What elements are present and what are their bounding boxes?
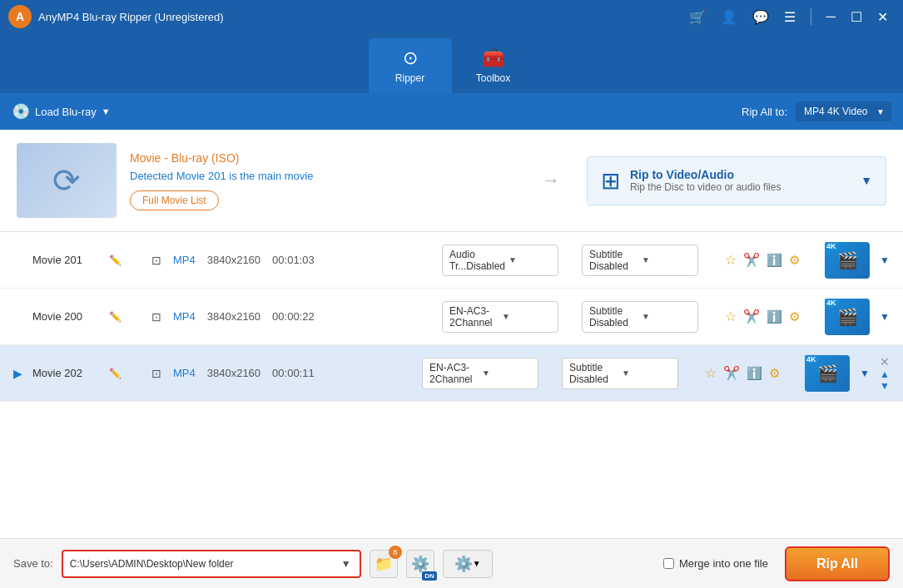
close-icon[interactable]: ✕ xyxy=(877,9,888,25)
subtitle-select[interactable]: Subtitle Disabled ▼ xyxy=(582,245,698,276)
scissors-icon[interactable]: ✂️ xyxy=(743,252,760,268)
audio-track-arrow: ▼ xyxy=(482,368,531,378)
movie-resolution: 3840x2160 xyxy=(207,254,260,266)
scissors-icon[interactable]: ✂️ xyxy=(743,309,760,324)
title-bar-left: A AnyMP4 Blu-ray Ripper (Unregistered) xyxy=(8,5,224,28)
restore-icon[interactable]: ☐ xyxy=(851,9,862,25)
load-blu-ray-button[interactable]: 💿 Load Blu-ray ▼ xyxy=(12,102,111,121)
movie-actions: ☆ ✂️ ℹ️ ⚙ xyxy=(725,252,800,268)
info-icon[interactable]: ℹ️ xyxy=(747,366,762,381)
movie-play-icon[interactable]: ▶ xyxy=(13,367,22,380)
subtitle-select[interactable]: Subtitle Disabled ▼ xyxy=(582,301,698,333)
user-icon[interactable]: 👤 xyxy=(721,9,737,25)
4k-badge: 4K xyxy=(825,242,838,250)
movie-format: MP4 xyxy=(173,254,196,266)
subtitle-arrow: ▼ xyxy=(642,312,691,321)
rip-format-select[interactable]: MP4 4K Video xyxy=(796,101,891,121)
save-to-dropdown-icon[interactable]: ▼ xyxy=(336,555,356,573)
toolbar: 💿 Load Blu-ray ▼ Rip All to: MP4 4K Vide… xyxy=(0,93,903,130)
movie-format: MP4 xyxy=(173,367,196,379)
movie-list: ▶ Movie 201 ✏️ ⊡ MP4 3840x2160 00:01:03 … xyxy=(0,232,903,538)
star-icon[interactable]: ☆ xyxy=(725,309,737,324)
movie-name: Movie 200 xyxy=(32,310,99,323)
film-icon: ⊡ xyxy=(151,254,161,267)
tab-toolbox[interactable]: 🧰 Toolbox xyxy=(452,38,535,93)
preferences-button[interactable]: ⚙️ ▼ xyxy=(443,550,493,578)
rip-all-to-container: Rip All to: MP4 4K Video xyxy=(742,101,891,121)
detected-prefix: Detected xyxy=(130,170,173,182)
merge-label: Merge into one file xyxy=(679,557,768,570)
mp4-file-icon: 🎬 xyxy=(837,250,858,270)
minimize-icon[interactable]: ─ xyxy=(826,9,836,24)
settings2-icon[interactable]: ⚙ xyxy=(789,253,800,268)
scissors-icon[interactable]: ✂️ xyxy=(723,365,740,381)
row-up-icon[interactable]: ▲ xyxy=(880,368,890,380)
star-icon[interactable]: ☆ xyxy=(705,365,717,381)
4k-badge: 4K xyxy=(805,355,818,363)
row-close-icon[interactable]: ✕ xyxy=(880,355,890,368)
audio-track-select[interactable]: Audio Tr...Disabled ▼ xyxy=(442,245,558,276)
edit-icon[interactable]: ✏️ xyxy=(109,368,122,379)
cart-icon[interactable]: 🛒 xyxy=(689,9,706,25)
load-blu-ray-icon: 💿 xyxy=(12,102,30,121)
movie-format: MP4 xyxy=(173,310,196,323)
ripper-icon: ⊙ xyxy=(403,47,418,69)
save-to-label: Save to: xyxy=(13,557,53,570)
audio-track-select[interactable]: EN-AC3-2Channel ▼ xyxy=(422,358,538,389)
movie-row: ▶ Movie 202 ✏️ ⊡ MP4 3840x2160 00:00:11 … xyxy=(0,345,903,402)
settings2-icon[interactable]: ⚙ xyxy=(789,309,800,324)
movie-name: Movie 201 xyxy=(32,254,99,266)
edit-icon[interactable]: ✏️ xyxy=(109,254,122,266)
app-logo: A xyxy=(8,5,32,28)
badge-8: 8 xyxy=(389,546,402,559)
movie-duration: 00:01:03 xyxy=(272,254,315,266)
subtitle-value: Subtitle Disabled xyxy=(589,305,638,329)
badge-dn: DN xyxy=(422,571,437,581)
folder-icon-button[interactable]: 📁 8 xyxy=(370,550,398,578)
rip-mode-dropdown-icon[interactable]: ▼ xyxy=(861,174,872,187)
info-icon[interactable]: ℹ️ xyxy=(767,309,782,324)
movie-resolution: 3840x2160 xyxy=(207,310,260,323)
movie-row: ▶ Movie 200 ✏️ ⊡ MP4 3840x2160 00:00:22 … xyxy=(0,289,903,345)
rip-format-select-wrap[interactable]: MP4 4K Video xyxy=(796,101,891,121)
subtitle-arrow: ▼ xyxy=(622,368,671,378)
thumb-dropdown-icon[interactable]: ▼ xyxy=(880,254,890,266)
subtitle-value: Subtitle Disabled xyxy=(569,362,618,385)
audio-track-select[interactable]: EN-AC3-2Channel ▼ xyxy=(442,301,558,333)
title-bar-icons: 🛒 👤 💬 ☰ ─ ☐ ✕ xyxy=(689,8,888,25)
subtitle-select[interactable]: Subtitle Disabled ▼ xyxy=(562,358,678,389)
merge-checkbox[interactable] xyxy=(663,558,674,569)
source-detected: Detected Movie 201 is the main movie xyxy=(130,170,515,182)
rip-all-button[interactable]: Rip All xyxy=(785,546,890,581)
rip-mode-box: ⊞ Rip to Video/Audio Rip the Disc to vid… xyxy=(587,156,886,205)
rip-all-to-label: Rip All to: xyxy=(742,106,787,118)
main-content: ⟳ Movie - Blu-ray (ISO) Detected Movie 2… xyxy=(0,130,903,538)
mp4-file-icon: 🎬 xyxy=(837,307,858,327)
mp4-file-icon: 🎬 xyxy=(817,363,838,383)
movie-actions: ☆ ✂️ ℹ️ ⚙ xyxy=(705,365,780,381)
settings-on-button[interactable]: ⚙️ DN xyxy=(406,550,434,578)
menu-icon[interactable]: ☰ xyxy=(784,9,796,25)
info-icon[interactable]: ℹ️ xyxy=(767,253,782,268)
thumb-dropdown-icon[interactable]: ▼ xyxy=(880,311,890,323)
toolbox-label: Toolbox xyxy=(476,72,510,84)
star-icon[interactable]: ☆ xyxy=(725,252,737,268)
movie-duration: 00:00:11 xyxy=(272,367,315,379)
blu-ray-disc-icon: ⟳ xyxy=(52,161,81,200)
movie-thumb: 4K 🎬 xyxy=(825,242,870,279)
rip-mode-subtitle: Rip the Disc to video or audio files xyxy=(630,181,851,193)
movie-duration: 00:00:22 xyxy=(272,310,315,323)
detected-movie: Movie 201 xyxy=(176,170,226,182)
separator xyxy=(811,8,811,25)
settings2-icon[interactable]: ⚙ xyxy=(769,366,780,381)
chat-icon[interactable]: 💬 xyxy=(752,9,769,25)
edit-icon[interactable]: ✏️ xyxy=(109,311,122,323)
app-title: AnyMP4 Blu-ray Ripper (Unregistered) xyxy=(38,11,224,23)
movie-name: Movie 202 xyxy=(32,367,99,379)
blu-ray-thumbnail: ⟳ xyxy=(17,143,117,218)
full-movie-list-button[interactable]: Full Movie List xyxy=(130,190,219,210)
thumb-dropdown-icon[interactable]: ▼ xyxy=(860,368,870,379)
audio-track-arrow: ▼ xyxy=(509,255,551,264)
tab-ripper[interactable]: ⊙ Ripper xyxy=(369,38,452,93)
row-down-icon[interactable]: ▼ xyxy=(880,380,890,392)
